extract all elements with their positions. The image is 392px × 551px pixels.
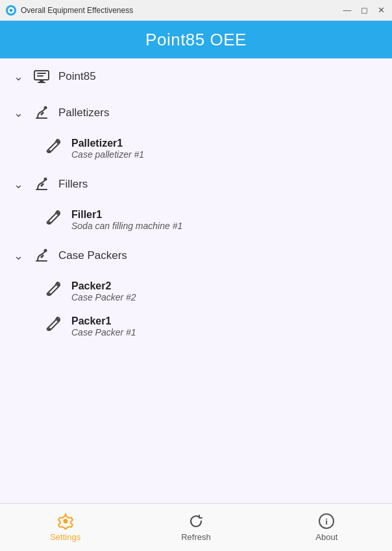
svg-point-8 xyxy=(44,106,47,110)
wrench-icon-palletizer1 xyxy=(45,138,62,154)
palletizers-label: Palletizers xyxy=(58,106,109,119)
svg-rect-6 xyxy=(40,80,43,82)
filler1-item[interactable]: Filler1 Soda can filling machine #1 xyxy=(0,202,392,238)
nav-refresh[interactable]: Refresh xyxy=(130,504,261,551)
wrench-icon-packer2 xyxy=(45,280,62,297)
palletizer1-desc: Case palletizer #1 xyxy=(71,149,144,160)
root-label: Point85 xyxy=(58,70,96,83)
maximize-button[interactable]: ◻ xyxy=(358,5,370,16)
svg-point-18 xyxy=(63,519,67,524)
packer1-item[interactable]: Packer1 Case Packer #1 xyxy=(0,309,392,344)
root-chevron: ⌄ xyxy=(12,69,25,84)
svg-point-11 xyxy=(44,178,47,181)
svg-point-10 xyxy=(48,150,51,153)
about-icon: i xyxy=(318,513,335,530)
svg-point-14 xyxy=(44,249,47,252)
nav-about[interactable]: i About xyxy=(262,504,392,551)
packer2-desc: Case Packer #2 xyxy=(71,292,136,302)
fillers-chevron: ⌄ xyxy=(12,177,25,191)
svg-point-17 xyxy=(48,328,51,330)
app-header: Point85 OEE xyxy=(0,21,392,58)
about-label: About xyxy=(315,532,337,542)
window-title: Overall Equipment Effectiveness xyxy=(21,6,133,15)
app-icon xyxy=(5,5,17,16)
packer1-desc: Case Packer #1 xyxy=(71,327,136,337)
svg-text:i: i xyxy=(326,517,328,526)
filler1-name: Filler1 xyxy=(71,209,182,221)
svg-point-16 xyxy=(48,293,51,295)
group-palletizers[interactable]: ⌄ Palletizers xyxy=(0,95,392,131)
wrench-icon-filler1 xyxy=(45,209,62,226)
casepackers-chevron: ⌄ xyxy=(12,249,25,263)
filler1-text: Filler1 Soda can filling machine #1 xyxy=(71,209,182,231)
casepackers-icon xyxy=(32,247,51,265)
filler1-desc: Soda can filling machine #1 xyxy=(71,221,182,231)
svg-rect-7 xyxy=(38,82,45,83)
packer1-name: Packer1 xyxy=(71,315,136,327)
title-bar-left: Overall Equipment Effectiveness xyxy=(5,5,133,16)
group-fillers[interactable]: ⌄ Fillers xyxy=(0,166,392,202)
svg-point-13 xyxy=(48,221,51,224)
title-bar: Overall Equipment Effectiveness — ◻ ✕ xyxy=(0,0,392,21)
svg-rect-4 xyxy=(37,73,46,74)
bottom-nav: Settings Refresh i About xyxy=(0,503,392,551)
minimize-button[interactable]: — xyxy=(341,5,353,16)
palletizer1-text: Palletizer1 Case palletizer #1 xyxy=(71,138,144,160)
settings-icon xyxy=(57,513,74,530)
title-bar-controls: — ◻ ✕ xyxy=(341,5,387,16)
svg-point-2 xyxy=(10,8,13,12)
palletizers-icon xyxy=(32,104,51,122)
packer2-name: Packer2 xyxy=(71,280,136,292)
palletizer1-item[interactable]: Palletizer1 Case palletizer #1 xyxy=(0,131,392,166)
fillers-label: Fillers xyxy=(58,178,88,191)
nav-settings[interactable]: Settings xyxy=(0,504,130,551)
fillers-icon xyxy=(32,175,51,193)
palletizers-chevron: ⌄ xyxy=(12,106,25,120)
casepackers-label: Case Packers xyxy=(58,249,127,262)
packer2-item[interactable]: Packer2 Case Packer #2 xyxy=(0,274,392,309)
packer2-text: Packer2 Case Packer #2 xyxy=(71,280,136,302)
refresh-label: Refresh xyxy=(181,532,211,542)
palletizer1-name: Palletizer1 xyxy=(71,138,144,149)
refresh-icon xyxy=(188,513,204,530)
settings-label: Settings xyxy=(50,532,80,542)
svg-rect-5 xyxy=(37,75,43,77)
root-item[interactable]: ⌄ Point85 xyxy=(0,58,392,95)
main-content: ⌄ Point85 ⌄ Palletizers xyxy=(0,58,392,503)
close-button[interactable]: ✕ xyxy=(375,5,387,16)
app-title: Point85 OEE xyxy=(145,30,247,50)
group-casepackers[interactable]: ⌄ Case Packers xyxy=(0,238,392,274)
server-icon xyxy=(32,67,51,86)
wrench-icon-packer1 xyxy=(45,315,62,332)
packer1-text: Packer1 Case Packer #1 xyxy=(71,315,136,337)
